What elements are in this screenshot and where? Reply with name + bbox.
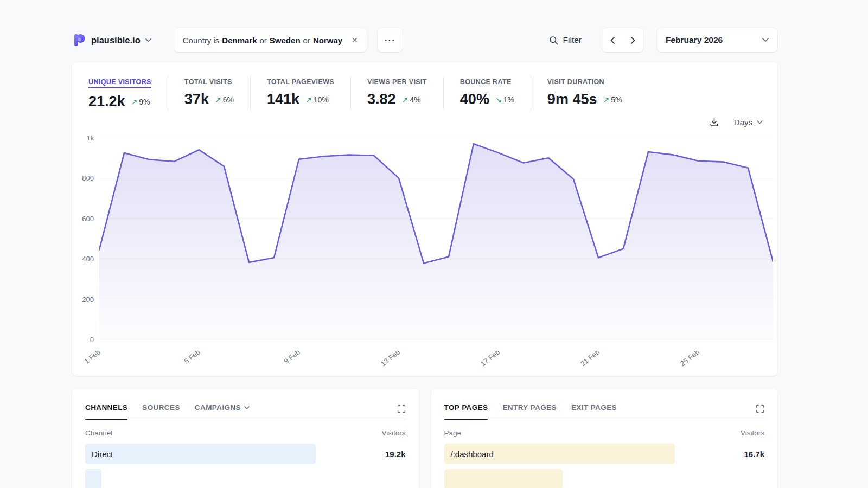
search-icon [549, 36, 558, 45]
stat-change: 4% [410, 95, 420, 104]
filter-conjunction: or [260, 36, 267, 45]
x-axis-tick-label: 25 Feb [678, 348, 700, 368]
chevron-down-icon [762, 38, 769, 42]
page-path: /:dashboard [444, 450, 494, 459]
site-name: plausible.io [91, 35, 141, 46]
export-download-button[interactable] [709, 117, 719, 127]
stat-total-pageviews[interactable]: TOTAL PAGEVIEWS 141k ↗10% [250, 76, 350, 110]
tab-sources[interactable]: SOURCES [142, 403, 180, 420]
arrow-up-right-icon: ↗ [402, 95, 409, 104]
stat-value: 141k [267, 91, 299, 108]
more-options-button[interactable]: ··· [378, 28, 403, 52]
download-icon [709, 117, 719, 127]
expand-button[interactable] [756, 403, 764, 416]
tab-channels[interactable]: CHANNELS [85, 403, 127, 420]
pages-tabs: TOP PAGES ENTRY PAGES EXIT PAGES [444, 403, 765, 420]
top-bar: plausible.io Country is Denmark or Swede… [72, 28, 777, 52]
filter-remove-icon[interactable]: ✕ [352, 36, 358, 44]
channels-column-headers: Channel Visitors [85, 429, 406, 437]
x-axis-tick-label: 5 Feb [182, 348, 201, 365]
y-axis-tick-label: 400 [82, 255, 94, 263]
stat-bounce-rate[interactable]: BOUNCE RATE 40% ↘1% [443, 76, 531, 110]
visitors-panel: UNIQUE VISITORS 21.2k ↗9% TOTAL VISITS 3… [72, 62, 777, 376]
tab-exit-pages[interactable]: EXIT PAGES [571, 403, 617, 420]
channels-card: CHANNELS SOURCES CAMPAIGNS Channel Visit… [72, 389, 419, 488]
filter-value: Sweden [270, 36, 301, 45]
stat-value: 37k [184, 91, 209, 108]
date-range-picker[interactable]: February 2026 [657, 28, 777, 52]
chevron-down-icon [757, 120, 763, 124]
tab-top-pages[interactable]: TOP PAGES [444, 403, 488, 420]
tab-entry-pages[interactable]: ENTRY PAGES [502, 403, 556, 420]
breakdown-row: CHANNELS SOURCES CAMPAIGNS Channel Visit… [72, 389, 777, 488]
y-axis-tick-label: 200 [82, 296, 94, 304]
filter-button-label: Filter [563, 35, 582, 45]
chart-controls: Days [72, 110, 777, 127]
list-item[interactable] [444, 469, 765, 488]
stat-change: 10% [314, 95, 329, 104]
list-item[interactable] [85, 469, 406, 488]
list-item[interactable]: /:dashboard 16.7k [444, 444, 765, 464]
x-axis-tick-label: 13 Feb [379, 348, 401, 368]
arrow-up-right-icon: ↗ [215, 95, 221, 104]
y-axis-tick-label: 0 [90, 336, 94, 344]
stat-total-visits[interactable]: TOTAL VISITS 37k ↗6% [168, 76, 250, 110]
chart-area-fill [99, 144, 773, 339]
page-visitors: 16.7k [744, 450, 764, 459]
previous-period-button[interactable] [602, 28, 623, 52]
y-axis-tick-label: 600 [82, 215, 94, 223]
interval-label: Days [734, 118, 752, 127]
y-axis-labels: 02004006008001k [72, 138, 94, 339]
date-range-label: February 2026 [666, 35, 723, 45]
filter-button[interactable]: Filter [549, 35, 582, 45]
stat-views-per-visit[interactable]: VIEWS PER VISIT 3.82 ↗4% [350, 76, 443, 110]
x-axis-tick-label: 17 Feb [478, 348, 501, 368]
channels-list: Direct 19.2k [85, 444, 406, 488]
pages-card: TOP PAGES ENTRY PAGES EXIT PAGES Page Vi… [431, 389, 778, 488]
y-axis-tick-label: 1k [86, 134, 94, 142]
value-bar [85, 469, 101, 488]
chevron-left-icon [610, 37, 615, 44]
column-label: Visitors [741, 429, 764, 437]
interval-picker[interactable]: Days [734, 118, 763, 127]
next-period-button[interactable] [623, 28, 643, 52]
stat-visit-duration[interactable]: VISIT DURATION 9m 45s ↗5% [531, 76, 639, 110]
stat-value: 3.82 [367, 91, 396, 108]
x-axis-tick-label: 1 Feb [82, 348, 101, 365]
column-label: Visitors [381, 429, 405, 437]
dashboard: plausible.io Country is Denmark or Swede… [72, 28, 777, 488]
plausible-logo-icon [72, 33, 86, 47]
tab-campaigns[interactable]: CAMPAIGNS [195, 403, 250, 420]
value-bar [85, 444, 316, 464]
arrow-up-right-icon: ↗ [305, 95, 312, 104]
stat-change: 6% [223, 95, 234, 104]
list-item[interactable]: Direct 19.2k [85, 444, 406, 464]
y-axis-tick-label: 800 [82, 174, 94, 182]
stat-value: 9m 45s [547, 91, 597, 108]
period-nav [602, 28, 643, 52]
arrow-up-right-icon: ↗ [131, 98, 138, 106]
chevron-down-icon [244, 406, 250, 409]
expand-button[interactable] [397, 403, 406, 416]
column-label: Page [444, 429, 462, 437]
chevron-down-icon [145, 38, 151, 42]
stat-unique-visitors[interactable]: UNIQUE VISITORS 21.2k ↗9% [88, 76, 168, 110]
arrow-up-right-icon: ↗ [603, 95, 609, 104]
channels-tabs: CHANNELS SOURCES CAMPAIGNS [85, 403, 406, 420]
stat-value: 21.2k [88, 93, 125, 110]
arrow-down-right-icon: ↘ [495, 95, 502, 104]
site-picker[interactable]: plausible.io [72, 33, 151, 47]
visitors-chart[interactable]: 02004006008001k 1 Feb5 Feb9 Feb13 Feb17 … [99, 138, 773, 368]
filter-field: Country is [183, 36, 220, 45]
column-label: Channel [85, 429, 112, 437]
fullscreen-icon [756, 404, 764, 413]
x-axis-tick-label: 9 Feb [282, 348, 301, 365]
pages-column-headers: Page Visitors [444, 429, 765, 437]
filter-value: Denmark [222, 36, 257, 45]
value-bar [444, 469, 563, 488]
filter-chip-country[interactable]: Country is Denmark or Sweden or Norway ✕ [174, 28, 367, 52]
stat-change: 5% [611, 95, 622, 104]
stat-change: 1% [503, 95, 514, 104]
area-chart[interactable] [99, 138, 773, 339]
channel-name: Direct [85, 450, 113, 459]
